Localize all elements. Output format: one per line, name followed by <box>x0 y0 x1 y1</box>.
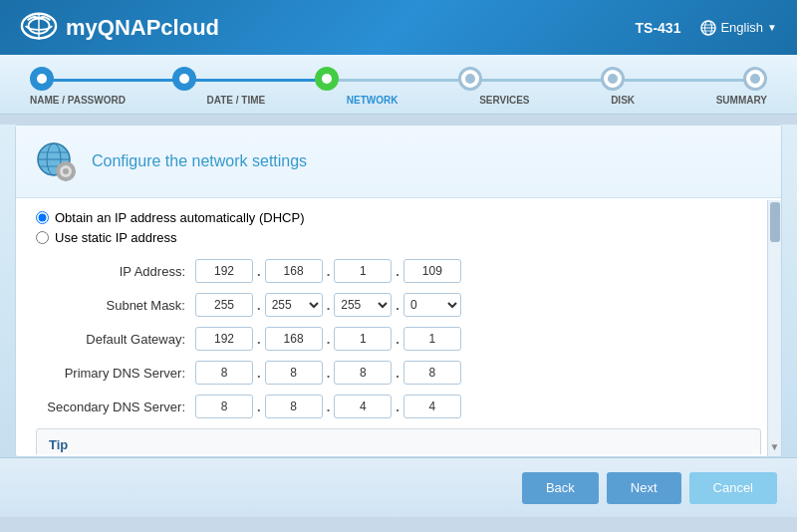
ip-sep-1: . <box>257 264 261 279</box>
gateway-octet2[interactable] <box>265 327 323 351</box>
secondary-dns-row: Secondary DNS Server: . . . <box>36 395 761 418</box>
logo-icon <box>20 9 58 47</box>
ip-address-octet4[interactable] <box>403 259 461 283</box>
step-circle-date-time <box>172 67 196 91</box>
secondary-dns-octet3[interactable] <box>334 395 392 418</box>
step-circle-summary <box>743 67 767 91</box>
step-label-disk: DISK <box>611 95 635 106</box>
default-gateway-label: Default Gateway: <box>36 332 195 347</box>
ip-address-label: IP Address: <box>36 264 195 279</box>
step-label-name-password: NAME / PASSWORD <box>30 95 126 106</box>
svg-rect-18 <box>56 170 60 172</box>
subnet-sep-1: . <box>257 298 261 313</box>
steps-labels: NAME / PASSWORD DATE / TIME NETWORK SERV… <box>30 95 767 106</box>
subnet-sep-3: . <box>396 298 399 313</box>
subnet-select3[interactable]: 255 0 <box>334 293 392 317</box>
gateway-octet1[interactable] <box>195 327 253 351</box>
next-button[interactable]: Next <box>607 472 681 504</box>
primary-dns-octet1[interactable] <box>195 361 253 385</box>
primary-dns-octet2[interactable] <box>265 361 323 385</box>
ip-address-octet2[interactable] <box>265 259 323 283</box>
subnet-octet1[interactable] <box>195 293 253 317</box>
wizard-bar: NAME / PASSWORD DATE / TIME NETWORK SERV… <box>0 55 797 115</box>
pdns-sep-3: . <box>396 366 399 381</box>
secondary-dns-fields: . . . <box>195 395 461 418</box>
step-label-network: NETWORK <box>347 95 398 106</box>
sdns-sep-1: . <box>257 399 261 414</box>
primary-dns-row: Primary DNS Server: . . . <box>36 361 761 385</box>
step-label-summary: SUMMARY <box>716 95 767 106</box>
step-name-password[interactable] <box>30 67 54 91</box>
subnet-mask-fields: . 255 0 . 255 0 . 0 255 <box>195 293 461 317</box>
step-label-date-time: DATE / TIME <box>207 95 266 106</box>
gw-sep-3: . <box>396 332 399 347</box>
cancel-button[interactable]: Cancel <box>689 472 777 504</box>
step-summary[interactable] <box>743 67 767 91</box>
network-settings-icon <box>32 137 80 185</box>
primary-dns-fields: . . . <box>195 361 461 385</box>
subnet-mask-row: Subnet Mask: . 255 0 . 255 0 . 0 <box>36 293 761 317</box>
ip-address-octet1[interactable] <box>195 259 253 283</box>
language-selector[interactable]: English ▼ <box>700 20 777 36</box>
panel-title: Configure the network settings <box>92 152 307 170</box>
tip-box: Tip The default gateway IP is "0.0.0.0".… <box>36 428 761 454</box>
secondary-dns-octet4[interactable] <box>403 395 461 418</box>
logo-text: myQNAPcloud <box>66 15 219 41</box>
panel-header: Configure the network settings <box>16 126 781 198</box>
ip-sep-2: . <box>327 264 331 279</box>
step-services[interactable] <box>458 67 482 91</box>
radio-dhcp-label: Obtain an IP address automatically (DHCP… <box>55 210 304 225</box>
ip-address-octet3[interactable] <box>334 259 392 283</box>
footer: Back Next Cancel <box>0 457 797 517</box>
primary-dns-octet3[interactable] <box>334 361 392 385</box>
panel-body: Obtain an IP address automatically (DHCP… <box>16 198 781 454</box>
subnet-select4[interactable]: 0 255 <box>403 293 461 317</box>
radio-static-label: Use static IP address <box>55 230 177 245</box>
main-content: Configure the network settings Obtain an… <box>0 125 797 457</box>
scrollbar-thumb[interactable] <box>770 202 780 242</box>
step-circle-network <box>315 67 339 91</box>
svg-point-15 <box>63 168 69 174</box>
default-gateway-fields: . . . <box>195 327 461 351</box>
pdns-sep-1: . <box>257 366 261 381</box>
radio-static-input[interactable] <box>36 231 49 244</box>
ip-sep-3: . <box>396 264 399 279</box>
scrollbar[interactable]: ▼ <box>767 200 781 456</box>
step-network[interactable] <box>315 67 339 91</box>
step-disk[interactable] <box>601 67 625 91</box>
radio-static[interactable]: Use static IP address <box>36 230 761 245</box>
svg-rect-17 <box>65 177 67 181</box>
subnet-sep-2: . <box>327 298 331 313</box>
logo: myQNAPcloud <box>20 9 219 47</box>
primary-dns-label: Primary DNS Server: <box>36 366 195 381</box>
back-button[interactable]: Back <box>522 472 599 504</box>
gateway-octet3[interactable] <box>334 327 392 351</box>
gw-sep-1: . <box>257 332 261 347</box>
header-right: TS-431 English ▼ <box>636 20 777 36</box>
step-date-time[interactable] <box>172 67 196 91</box>
globe-icon <box>700 20 716 36</box>
secondary-dns-octet2[interactable] <box>265 395 323 418</box>
gw-sep-2: . <box>327 332 331 347</box>
secondary-dns-label: Secondary DNS Server: <box>36 399 195 414</box>
steps-container <box>30 67 767 91</box>
ip-address-fields: . . . <box>195 259 461 283</box>
step-circle-services <box>458 67 482 91</box>
ip-address-row: IP Address: . . . <box>36 259 761 283</box>
secondary-dns-octet1[interactable] <box>195 395 253 418</box>
pdns-sep-2: . <box>327 366 331 381</box>
content-panel: Configure the network settings Obtain an… <box>15 125 782 457</box>
scrollbar-arrow-down[interactable]: ▼ <box>770 441 780 452</box>
gateway-octet4[interactable] <box>403 327 461 351</box>
step-label-services: SERVICES <box>479 95 529 106</box>
header: myQNAPcloud TS-431 English ▼ <box>0 0 797 55</box>
step-circle-name-password <box>30 67 54 91</box>
default-gateway-row: Default Gateway: . . . <box>36 327 761 351</box>
subnet-select2[interactable]: 255 0 <box>265 293 323 317</box>
radio-dhcp[interactable]: Obtain an IP address automatically (DHCP… <box>36 210 761 225</box>
primary-dns-octet4[interactable] <box>403 361 461 385</box>
radio-group: Obtain an IP address automatically (DHCP… <box>36 210 761 245</box>
tip-title: Tip <box>49 437 748 452</box>
radio-dhcp-input[interactable] <box>36 211 49 224</box>
step-circle-disk <box>601 67 625 91</box>
